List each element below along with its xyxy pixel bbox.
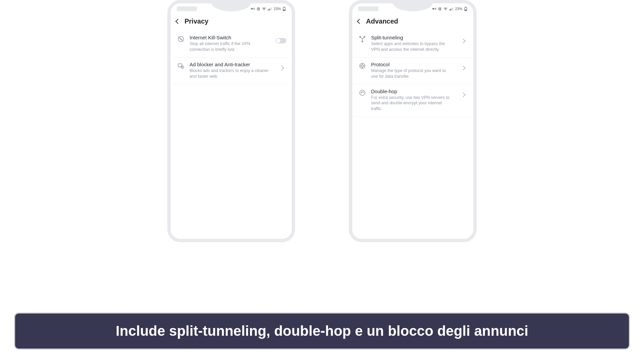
row-title: Split-tunneling	[371, 35, 454, 40]
svg-point-1	[264, 10, 265, 10]
svg-rect-3	[269, 9, 270, 10]
row-desc: Manage the type of protocol you want to …	[371, 68, 454, 79]
page-title: Advanced	[366, 17, 398, 25]
row-title: Double-hop	[371, 88, 454, 94]
svg-rect-19	[465, 7, 466, 7]
status-right-icons: 23%	[250, 7, 286, 11]
alarm-icon	[256, 7, 260, 11]
ad-block-icon	[176, 62, 186, 70]
svg-rect-4	[270, 8, 271, 10]
row-desc: Stop all internet traffic if the VPN con…	[190, 41, 272, 52]
svg-rect-16	[451, 8, 452, 10]
wifi-icon	[443, 7, 448, 10]
svg-rect-20	[465, 9, 467, 10]
row-protocol[interactable]: Protocol Manage the type of protocol you…	[354, 58, 471, 84]
caption-banner: Include split-tunneling, double-hop e un…	[14, 313, 630, 350]
svg-point-22	[364, 36, 365, 38]
chevron-right-icon	[461, 65, 465, 71]
chevron-right-icon	[280, 65, 283, 71]
battery-icon	[283, 7, 286, 11]
kill-switch-toggle[interactable]	[276, 38, 286, 43]
signal-icon	[449, 7, 453, 10]
svg-rect-14	[449, 9, 450, 10]
row-title: Protocol	[371, 62, 454, 67]
page-title: Privacy	[185, 17, 208, 25]
svg-point-21	[360, 36, 361, 38]
svg-rect-5	[271, 7, 272, 10]
vpn-icon	[250, 7, 255, 10]
battery-text: 23%	[455, 7, 462, 11]
svg-rect-2	[268, 9, 269, 10]
caption-text: Include split-tunneling, double-hop e un…	[116, 323, 528, 339]
chevron-right-icon	[461, 92, 465, 98]
svg-rect-17	[452, 7, 453, 10]
wifi-icon	[262, 7, 266, 10]
page-header: Privacy	[171, 14, 292, 31]
status-blurred-area	[177, 6, 197, 11]
double-hop-icon	[358, 88, 367, 97]
back-button[interactable]	[358, 19, 361, 25]
signal-icon	[268, 7, 272, 10]
split-tunneling-icon	[358, 35, 367, 43]
status-blurred-area	[358, 6, 378, 11]
back-button[interactable]	[176, 19, 180, 25]
row-title: Ad blocker and Anti-tracker	[190, 62, 273, 67]
chevron-right-icon	[461, 38, 465, 44]
row-double-hop[interactable]: Double-hop For extra security, use two V…	[354, 84, 471, 117]
row-desc: For extra security, use two VPN servers …	[371, 95, 454, 112]
svg-rect-7	[284, 7, 285, 7]
page-header: Advanced	[352, 14, 473, 31]
battery-icon	[464, 7, 467, 11]
protocol-icon	[358, 62, 367, 70]
shield-off-icon	[176, 35, 186, 43]
vpn-icon	[432, 7, 436, 10]
row-ad-blocker[interactable]: Ad blocker and Anti-tracker Blocks ads a…	[173, 58, 290, 84]
svg-point-25	[361, 65, 363, 67]
status-right-icons: 23%	[432, 7, 467, 11]
phone-advanced: 23% Advanced Split-tunneling	[349, 0, 477, 242]
alarm-icon	[438, 7, 442, 11]
row-title: Internet Kill-Switch	[190, 35, 272, 40]
svg-point-13	[445, 10, 446, 10]
phones-row: 23% Privacy Internet Ki	[0, 0, 644, 242]
battery-text: 23%	[274, 7, 281, 11]
row-desc: Select apps and websites to bypass the V…	[371, 41, 454, 52]
row-desc: Blocks ads and trackers to enjoy a clean…	[190, 68, 273, 79]
row-kill-switch[interactable]: Internet Kill-Switch Stop all internet t…	[173, 31, 290, 58]
svg-point-26	[360, 90, 365, 96]
svg-rect-15	[450, 9, 451, 10]
row-split-tunneling[interactable]: Split-tunneling Select apps and websites…	[354, 31, 471, 58]
settings-list: Internet Kill-Switch Stop all internet t…	[171, 31, 292, 84]
svg-rect-8	[283, 9, 285, 10]
phone-privacy: 23% Privacy Internet Ki	[167, 0, 295, 242]
settings-list: Split-tunneling Select apps and websites…	[352, 31, 473, 117]
